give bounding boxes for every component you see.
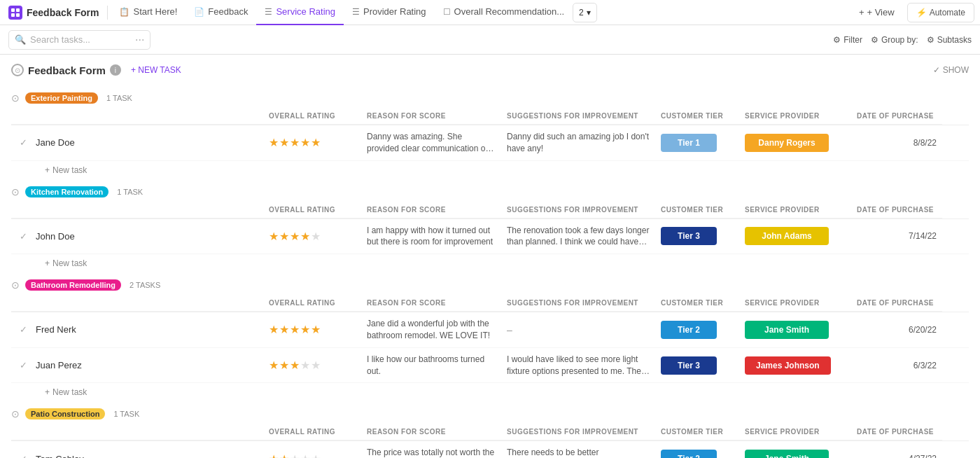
task-name-text[interactable]: Tom Cobley	[36, 454, 84, 458]
section-task-count: 1 TASK	[106, 94, 132, 102]
checkmark-icon: ✓	[20, 454, 27, 458]
task-name-text[interactable]: Juan Perez	[36, 360, 82, 370]
view-count-label: 2	[579, 8, 584, 18]
section-badge[interactable]: Bathroom Remodelling	[25, 279, 121, 291]
toolbar: 🔍 ··· ⚙ Filter ⚙ Group by: ⚙ Subtasks	[0, 25, 980, 55]
section-badge[interactable]: Exterior Painting	[25, 92, 98, 104]
provider-cell: Jane Smith	[739, 314, 851, 345]
view-count-button[interactable]: 2 ▾	[573, 3, 597, 22]
col-overall-rating: OVERALL RATING	[263, 295, 361, 312]
new-task-row[interactable]: + New task	[11, 254, 969, 272]
search-input[interactable]	[30, 34, 128, 45]
rating-cell: ★★★★★	[263, 127, 361, 158]
col-customer-tier: CUSTOMER TIER	[655, 108, 739, 125]
suggestions-cell: The renovation took a few days longer th…	[501, 219, 655, 254]
task-name-cell: ✓ Juan Perez	[11, 350, 263, 381]
section-header: ⊙ Kitchen Renovation 1 TASK	[11, 182, 969, 202]
suggestions-cell: There needs to be better communication b…	[501, 441, 655, 458]
toolbar-right: ⚙ Filter ⚙ Group by: ⚙ Subtasks	[833, 35, 972, 45]
rating-cell: ★★★★★	[263, 443, 361, 458]
task-name-text[interactable]: Jane Doe	[36, 137, 75, 148]
new-task-button[interactable]: + NEW TASK	[125, 63, 187, 77]
column-headers: OVERALL RATING REASON FOR SCORE SUGGESTI…	[11, 108, 969, 125]
task-name-text[interactable]: Fred Nerk	[36, 324, 76, 335]
chevron-down-icon: ▾	[587, 8, 591, 18]
automate-icon: ⚡	[916, 8, 927, 18]
section-patio-construction: ⊙ Patio Construction 1 TASK OVERALL RATI…	[11, 404, 969, 458]
subtasks-button[interactable]: ⚙ Subtasks	[927, 35, 972, 45]
empty-star: ★	[311, 452, 321, 458]
svg-rect-0	[11, 8, 15, 12]
search-box[interactable]: 🔍 ···	[8, 30, 150, 50]
tier-badge: Tier 2	[661, 321, 717, 339]
col-overall-rating: OVERALL RATING	[263, 202, 361, 218]
app-logo: Feedback Form	[6, 6, 108, 20]
new-task-row[interactable]: + New task	[11, 161, 969, 179]
tier-cell: Tier 3	[655, 350, 739, 381]
rating-cell: ★★★★★	[263, 314, 361, 345]
filled-star: ★	[269, 230, 279, 243]
column-headers: OVERALL RATING REASON FOR SCORE SUGGESTI…	[11, 295, 969, 312]
more-options-icon[interactable]: ···	[135, 34, 144, 46]
plus-icon: +	[45, 258, 50, 268]
new-task-label: New task	[52, 387, 87, 397]
section-header: ⊙ Patio Construction 1 TASK	[11, 404, 969, 424]
checkmark-icon: ✓	[20, 324, 27, 335]
provider-badge: Danny Rogers	[745, 134, 829, 152]
col-task	[11, 295, 263, 312]
provider-cell: James Johnson	[739, 350, 851, 381]
task-name-cell: ✓ Jane Doe	[11, 127, 263, 158]
provider-badge: John Adams	[745, 227, 829, 245]
subtasks-icon: ⚙	[927, 35, 934, 45]
group-by-button[interactable]: ⚙ Group by:	[871, 35, 918, 45]
section-exterior-painting: ⊙ Exterior Painting 1 TASK OVERALL RATIN…	[11, 88, 969, 179]
plus-icon: +	[859, 7, 864, 18]
section-bathroom-remodelling: ⊙ Bathroom Remodelling 2 TASKS OVERALL R…	[11, 275, 969, 401]
section-toggle[interactable]: ⊙	[11, 279, 20, 291]
automate-button[interactable]: ⚡ Automate	[907, 3, 974, 22]
add-view-label: + View	[867, 7, 894, 18]
tab-provider-icon: ☰	[352, 7, 360, 17]
col-date: DATE OF PURCHASE	[851, 295, 942, 312]
section-header: ⊙ Exterior Painting 1 TASK	[11, 88, 969, 108]
col-suggestions: SUGGESTIONS FOR IMPROVEMENT	[501, 202, 655, 218]
add-view-button[interactable]: + + View	[852, 3, 902, 22]
filled-star: ★	[269, 452, 279, 458]
tab-start[interactable]: 📋 Start Here!	[111, 0, 186, 25]
section-toggle[interactable]: ⊙	[11, 408, 20, 419]
filled-star: ★	[279, 136, 289, 149]
section-badge[interactable]: Patio Construction	[25, 408, 105, 419]
col-suggestions: SUGGESTIONS FOR IMPROVEMENT	[501, 295, 655, 312]
section-task-count: 1 TASK	[113, 410, 139, 418]
task-row: ✓ John Doe ★★★★★ I am happy with how it …	[11, 219, 969, 255]
new-task-label: New task	[52, 165, 87, 175]
tier-cell: Tier 2	[655, 443, 739, 458]
tier-cell: Tier 1	[655, 127, 739, 158]
filter-button[interactable]: ⚙ Filter	[833, 35, 862, 45]
task-row: ✓ Tom Cobley ★★★★★ The price was totally…	[11, 441, 969, 458]
tab-overall-recommendation[interactable]: ☐ Overall Recommendation...	[435, 0, 573, 25]
info-icon[interactable]: i	[110, 64, 121, 76]
new-task-row[interactable]: + New task	[11, 383, 969, 401]
tab-start-label: Start Here!	[133, 6, 177, 17]
tab-service-rating[interactable]: ☰ Service Rating	[256, 0, 344, 25]
date-cell: 6/20/22	[851, 319, 942, 340]
collapse-all-icon[interactable]: ⊙	[11, 64, 24, 76]
checkmark-icon: ✓	[20, 231, 27, 242]
section-toggle[interactable]: ⊙	[11, 186, 20, 197]
section-task-count: 2 TASKS	[130, 281, 160, 289]
show-button[interactable]: ✓ SHOW	[933, 65, 969, 75]
task-name-text[interactable]: John Doe	[36, 231, 75, 242]
tab-feedback[interactable]: 📄 Feedback	[186, 0, 256, 25]
empty-star: ★	[300, 452, 310, 458]
reason-cell: The price was totally not worth the serv…	[361, 441, 501, 458]
col-reason: REASON FOR SCORE	[361, 202, 501, 218]
new-task-label: New task	[52, 258, 87, 268]
section-toggle[interactable]: ⊙	[11, 92, 20, 104]
col-reason: REASON FOR SCORE	[361, 424, 501, 440]
tab-provider-rating[interactable]: ☰ Provider Rating	[344, 0, 435, 25]
section-badge[interactable]: Kitchen Renovation	[25, 186, 108, 197]
filled-star: ★	[279, 323, 289, 336]
filled-star: ★	[311, 136, 321, 149]
col-overall-rating: OVERALL RATING	[263, 108, 361, 125]
